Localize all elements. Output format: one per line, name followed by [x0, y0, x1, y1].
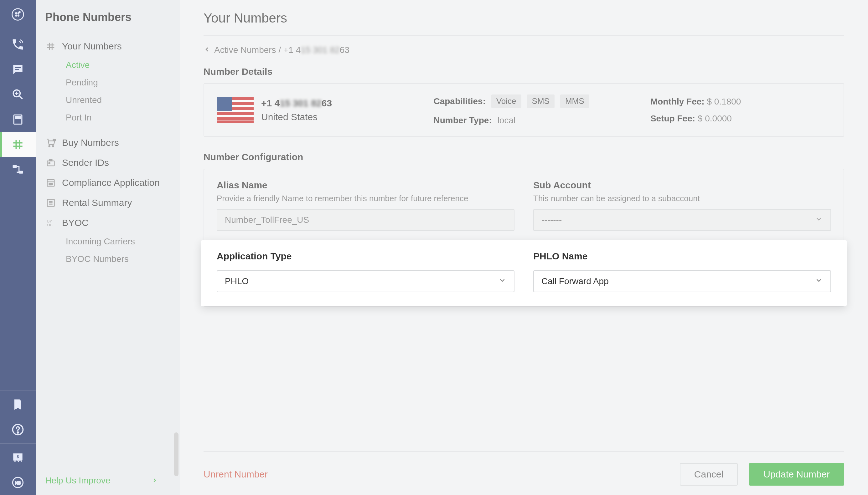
sidebar-item-label: Rental Summary [62, 198, 132, 208]
sidebar-item-buy-numbers[interactable]: 123 Buy Numbers [45, 133, 180, 153]
help-us-improve[interactable]: Help Us Improve [45, 476, 170, 485]
us-flag-icon [217, 97, 254, 123]
update-number-button[interactable]: Update Number [749, 463, 844, 485]
alias-placeholder: Number_TollFree_US [225, 215, 309, 225]
alias-name-input[interactable]: Number_TollFree_US [217, 209, 515, 231]
divider [203, 35, 844, 36]
svg-rect-12 [13, 165, 17, 168]
number-details-label: Number Details [203, 66, 844, 77]
svg-rect-13 [19, 171, 23, 174]
cancel-button[interactable]: Cancel [680, 463, 738, 485]
sip-icon[interactable]: SIP [0, 107, 36, 132]
sidebar-item-active[interactable]: Active [66, 56, 180, 74]
lookup-icon[interactable] [0, 82, 36, 107]
svg-text:OC: OC [47, 223, 53, 227]
calendar-icon: 123 [45, 177, 56, 188]
chevron-right-icon [152, 476, 158, 485]
phlo-name-value: Call Forward App [541, 276, 609, 286]
svg-rect-22 [47, 161, 54, 166]
application-type-select[interactable]: PHLO [217, 270, 515, 292]
sidebar-item-label: Buy Numbers [62, 137, 119, 148]
chevron-down-icon [815, 215, 823, 225]
svg-text:$: $ [17, 454, 19, 459]
sidebar: Phone Numbers Your Numbers Active Pendin… [36, 0, 180, 495]
number-type-value: local [498, 116, 516, 125]
svg-point-3 [16, 15, 17, 16]
sidebar-item-byoc[interactable]: BYOC BYOC [45, 213, 180, 233]
svg-point-5 [19, 12, 20, 13]
alias-name-label: Alias Name [217, 180, 515, 190]
icon-rail: SIP $ NS [0, 0, 36, 495]
id-icon [45, 157, 56, 168]
country: United States [261, 112, 332, 122]
sidebar-item-label: BYOC [62, 218, 89, 228]
sidebar-item-byoc-numbers[interactable]: BYOC Numbers [66, 250, 180, 268]
svg-point-19 [49, 146, 50, 147]
chevron-down-icon [815, 276, 823, 287]
sidebar-item-sender-ids[interactable]: Sender IDs [45, 153, 180, 173]
sidebar-title: Phone Numbers [45, 11, 180, 24]
hash-icon [45, 41, 56, 52]
unrent-number-link[interactable]: Unrent Number [203, 469, 268, 480]
application-type-label: Application Type [217, 251, 515, 261]
svg-point-1 [16, 13, 17, 14]
sidebar-item-label: Sender IDs [62, 157, 109, 168]
phlo-icon[interactable] [0, 157, 36, 182]
svg-text:BY: BY [47, 219, 52, 223]
monthly-fee-label: Monthly Fee: [650, 97, 704, 106]
number-configuration-card: Alias Name Provide a friendly Name to re… [203, 169, 844, 307]
chevron-left-icon [203, 45, 211, 55]
sidebar-item-port-in[interactable]: Port In [66, 109, 180, 126]
svg-point-0 [12, 9, 24, 20]
sub-account-desc: This number can be assigned to a subacco… [533, 194, 831, 203]
capability-mms: MMS [560, 95, 589, 108]
list-icon [45, 197, 56, 208]
docs-icon[interactable] [0, 392, 36, 417]
page-title: Your Numbers [203, 11, 844, 25]
capabilities-label: Capabilities: [433, 96, 485, 106]
sidebar-item-unrented[interactable]: Unrented [66, 91, 180, 109]
voice-icon[interactable] [0, 32, 36, 57]
svg-rect-36 [217, 120, 254, 123]
sidebar-item-compliance[interactable]: 123 Compliance Application [45, 173, 180, 193]
footer: Unrent Number Cancel Update Number [203, 451, 844, 485]
messaging-icon[interactable] [0, 57, 36, 82]
svg-rect-23 [49, 159, 52, 161]
breadcrumb-text: Active Numbers / +1 415 301 8263 [214, 45, 349, 55]
svg-rect-34 [217, 112, 254, 115]
svg-text:SIP: SIP [17, 116, 19, 118]
sidebar-item-pending[interactable]: Pending [66, 74, 180, 91]
sidebar-item-label: Your Numbers [62, 41, 122, 52]
svg-point-15 [17, 432, 18, 433]
phlo-name-select[interactable]: Call Forward App [533, 270, 831, 292]
phone-numbers-icon[interactable] [0, 132, 36, 157]
svg-rect-6 [15, 67, 21, 68]
svg-text:NS: NS [15, 481, 21, 485]
svg-point-2 [18, 13, 19, 14]
chevron-down-icon [498, 276, 506, 287]
setup-fee-value: $ 0.0000 [698, 114, 732, 123]
svg-rect-35 [217, 117, 254, 120]
application-type-value: PHLO [225, 276, 249, 286]
svg-rect-7 [15, 69, 19, 70]
sidebar-item-rental-summary[interactable]: Rental Summary [45, 193, 180, 213]
settings-icon[interactable]: NS [0, 470, 36, 495]
billing-icon[interactable]: $ [0, 445, 36, 470]
logo-icon[interactable] [9, 5, 27, 24]
capability-voice: Voice [491, 95, 521, 108]
breadcrumb[interactable]: Active Numbers / +1 415 301 8263 [203, 45, 844, 55]
capability-sms: SMS [527, 95, 554, 108]
alias-name-desc: Provide a friendly Name to remember this… [217, 194, 515, 203]
sub-account-select[interactable]: ------- [533, 209, 831, 231]
help-icon[interactable] [0, 417, 36, 442]
sidebar-item-your-numbers[interactable]: Your Numbers [45, 36, 180, 56]
number-details-card: +1 415 301 8263 United States Capabiliti… [203, 83, 844, 137]
help-label: Help Us Improve [45, 476, 111, 485]
sidebar-item-incoming-carriers[interactable]: Incoming Carriers [66, 233, 180, 250]
svg-point-24 [49, 163, 50, 164]
main-content: Your Numbers Active Numbers / +1 415 301… [180, 0, 868, 495]
svg-point-20 [52, 146, 53, 147]
sub-account-value: ------- [541, 215, 562, 225]
sub-account-label: Sub Account [533, 180, 831, 190]
setup-fee-label: Setup Fee: [650, 114, 695, 123]
